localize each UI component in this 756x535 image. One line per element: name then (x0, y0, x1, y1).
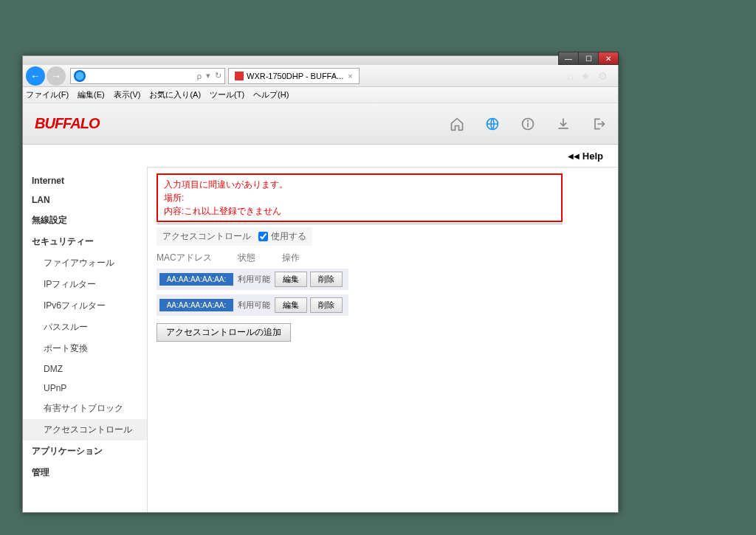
sidebar-item-accesscontrol[interactable]: アクセスコントロール (23, 419, 147, 441)
address-bar[interactable]: ρ ▾ ↻ (70, 68, 225, 84)
ie-icon (74, 70, 86, 82)
dropdown-icon[interactable]: ▾ (206, 71, 210, 80)
menu-tools[interactable]: ツール(T) (210, 89, 244, 100)
help-link[interactable]: Help (583, 151, 603, 162)
browser-tab[interactable]: WXR-1750DHP - BUFFA... × (228, 68, 360, 84)
logout-icon[interactable] (591, 117, 606, 131)
globe-icon[interactable] (485, 117, 500, 131)
app-header: BUFFALO (23, 103, 618, 145)
col-mac: MACアドレス (157, 252, 238, 264)
info-icon[interactable] (520, 117, 535, 131)
status-text: 利用可能 (233, 300, 275, 311)
edit-button[interactable]: 編集 (275, 272, 307, 287)
delete-button[interactable]: 削除 (310, 297, 343, 313)
home-app-icon[interactable] (450, 117, 464, 131)
home-icon[interactable]: ⌂ (568, 70, 574, 82)
header-icons (450, 117, 606, 131)
col-status: 状態 (238, 252, 282, 264)
help-row: ◀◀ Help (23, 145, 618, 167)
sidebar-item-ipfilter[interactable]: IPフィルター (23, 274, 147, 295)
table-header: MACアドレス 状態 操作 (157, 252, 609, 264)
search-hint: ρ (197, 72, 202, 80)
favicon-icon (235, 72, 244, 80)
edit-button[interactable]: 編集 (275, 297, 307, 313)
browser-window: — ☐ ✕ ← → ρ ▾ ↻ WXR-1750DHP - BUFFA... ×… (22, 55, 619, 513)
sidebar-item-security[interactable]: セキュリティー (23, 231, 147, 252)
sidebar-item-dmz[interactable]: DMZ (23, 359, 147, 379)
window-buttons: — ☐ ✕ (559, 52, 619, 65)
menu-bar: ファイル(F) 編集(E) 表示(V) お気に入り(A) ツール(T) ヘルプ(… (23, 87, 618, 103)
sidebar-item-ipv6filter[interactable]: IPv6フィルター (23, 295, 147, 317)
refresh-icon[interactable]: ↻ (215, 71, 221, 80)
minimize-button[interactable]: — (558, 52, 579, 65)
forward-button[interactable]: → (47, 66, 66, 86)
sidebar-item-application[interactable]: アプリケーション (23, 441, 147, 462)
download-icon[interactable] (556, 117, 571, 131)
sidebar-item-lan[interactable]: LAN (23, 190, 147, 210)
help-arrow-icon: ◀◀ (568, 152, 580, 160)
svg-point-3 (528, 120, 529, 121)
delete-button[interactable]: 削除 (310, 272, 343, 287)
menu-edit[interactable]: 編集(E) (78, 89, 105, 100)
use-label: 使用する (271, 230, 306, 243)
address-controls: ρ ▾ ↻ (197, 71, 224, 80)
table-row: AA:AA:AA:AA:AA: 利用可能 編集 削除 (157, 269, 348, 290)
add-access-control-button[interactable]: アクセスコントロールの追加 (157, 323, 291, 342)
mac-address: AA:AA:AA:AA:AA: (159, 273, 233, 286)
sidebar-item-wireless[interactable]: 無線設定 (23, 210, 147, 231)
sidebar-item-internet[interactable]: Internet (23, 171, 147, 190)
table-row: AA:AA:AA:AA:AA: 利用可能 編集 削除 (157, 294, 348, 316)
error-line-2: 場所: (164, 191, 555, 204)
menu-help[interactable]: ヘルプ(H) (253, 89, 289, 100)
close-button[interactable]: ✕ (598, 52, 619, 65)
status-text: 利用可能 (233, 274, 275, 285)
mac-address: AA:AA:AA:AA:AA: (159, 299, 233, 311)
menu-favorites[interactable]: お気に入り(A) (149, 89, 201, 100)
buffalo-logo: BUFFALO (35, 115, 99, 132)
sidebar-item-siteblock[interactable]: 有害サイトブロック (23, 398, 147, 419)
access-control-label: アクセスコントロール (162, 230, 251, 243)
menu-file[interactable]: ファイル(F) (26, 89, 69, 100)
content-area: Internet LAN 無線設定 セキュリティー ファイアウォール IPフィル… (23, 167, 618, 512)
nav-row: ← → ρ ▾ ↻ WXR-1750DHP - BUFFA... × ⌂ ★ ⚙ (23, 65, 618, 87)
error-line-3: 内容:これ以上登録できません (164, 204, 555, 218)
sidebar-item-passthrough[interactable]: パススルー (23, 317, 147, 338)
sidebar-item-firewall[interactable]: ファイアウォール (23, 252, 147, 274)
main-panel: 入力項目に間違いがあります。 場所: 内容:これ以上登録できません アクセスコン… (147, 167, 618, 512)
sidebar-item-upnp[interactable]: UPnP (23, 379, 147, 398)
tab-title: WXR-1750DHP - BUFFA... (247, 72, 343, 80)
window-titlebar: — ☐ ✕ (23, 56, 618, 65)
error-box: 入力項目に間違いがあります。 場所: 内容:これ以上登録できません (157, 173, 563, 222)
maximize-button[interactable]: ☐ (578, 52, 599, 65)
browser-toolbar-icons: ⌂ ★ ⚙ (568, 70, 615, 82)
star-icon[interactable]: ★ (581, 70, 591, 82)
divider (157, 224, 563, 224)
menu-view[interactable]: 表示(V) (114, 89, 141, 100)
col-action: 操作 (282, 252, 341, 264)
sidebar-item-portfwd[interactable]: ポート変換 (23, 338, 147, 359)
use-checkbox[interactable] (258, 232, 268, 241)
sidebar: Internet LAN 無線設定 セキュリティー ファイアウォール IPフィル… (23, 167, 147, 512)
error-line-1: 入力項目に間違いがあります。 (164, 178, 555, 191)
sidebar-item-admin[interactable]: 管理 (23, 462, 147, 483)
back-button[interactable]: ← (26, 66, 45, 86)
gear-icon[interactable]: ⚙ (598, 70, 608, 82)
access-control-toggle-row: アクセスコントロール 使用する (157, 227, 312, 246)
tab-close-icon[interactable]: × (348, 72, 352, 80)
